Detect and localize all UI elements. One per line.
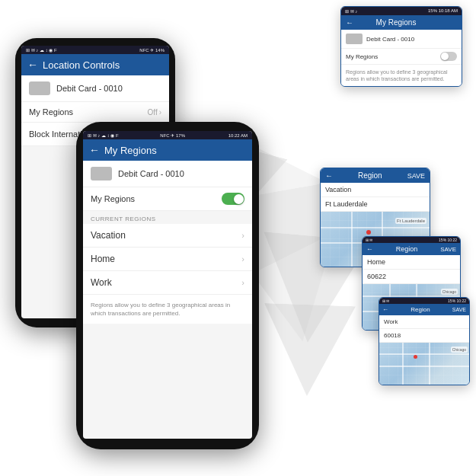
popup-top-my-regions-label: My Regions (346, 53, 378, 60)
popup-vacation-location-value: Ft Lauderdale (325, 200, 425, 208)
popup-top-card-label: Debit Card - 0010 (366, 36, 414, 43)
debit-card-row-back: Debit Card - 0010 (21, 75, 169, 102)
popup-home-title: Region (396, 245, 418, 253)
status-icons-right-front: NFC ✈ 17% (160, 133, 185, 138)
popup-work-map: Chicago (379, 343, 469, 385)
card-label-front: Debit Card - 0010 (118, 169, 184, 178)
popup-work-name-value: Work (384, 318, 465, 325)
popup-vacation-name-field: Vacation (321, 183, 430, 197)
status-time-front: 10:22 AM (228, 133, 248, 138)
popup-top-back[interactable]: ← (346, 18, 353, 27)
popup-top-card-icon (346, 34, 363, 44)
map-city-label-vacation: Ft Lauderdale (395, 218, 426, 224)
card-icon-front (91, 167, 112, 180)
popup-work-app-bar: ← Region SAVE (379, 304, 469, 315)
popup-vacation-location-field: Ft Lauderdale (321, 197, 430, 212)
phone-back-status-bar: ⊞ ✉ ♪ ☁ ↕ ◉ F NFC ✈ 14% (21, 46, 169, 54)
popup-work-status-left: ⊞ ✉ (382, 299, 389, 303)
popup-top-status-left: ⊞ ✉ ♪ (345, 8, 357, 14)
map-road-h1 (321, 227, 430, 228)
phone-front: ⊞ ✉ ♪ ☁ ↕ ◉ F NFC ✈ 17% 10:22 AM ← My Re… (76, 122, 259, 449)
work-map-road-h2 (379, 366, 469, 367)
work-map-road-v1 (402, 343, 404, 385)
popup-work-name-field: Work (379, 315, 469, 329)
popup-region-work: ⊞ ✉ 15% 10:22 ← Region SAVE Work 60018 C… (379, 297, 470, 385)
my-regions-off-back: Off › (148, 108, 162, 117)
phone-front-app-bar: ← My Regions (83, 139, 252, 161)
popup-vacation-name-value: Vacation (325, 186, 425, 193)
popup-home-name-value: Home (367, 258, 455, 266)
my-regions-label-front: My Regions (91, 194, 135, 203)
phone-back-title: Location Controls (43, 59, 120, 71)
map-pin-vacation (366, 230, 371, 235)
card-label-back: Debit Card - 0010 (56, 84, 123, 93)
map-city-label-work: Chicago (451, 347, 468, 353)
popup-work-status: ⊞ ✉ 15% 10:22 (379, 298, 469, 304)
decorative-arrow-5 (261, 303, 356, 398)
back-arrow-icon[interactable]: ← (27, 59, 38, 71)
work-map-road-h1 (379, 353, 469, 355)
popup-top-app-bar: ← My Regions (341, 15, 462, 30)
list-item-vacation[interactable]: Vacation › (83, 224, 252, 248)
current-regions-section: CURRENT REGIONS (83, 211, 252, 224)
popup-home-name-field: Home (363, 255, 460, 270)
popup-work-title: Region (411, 306, 430, 313)
regions-description-front: Regions allow you to define 3 geographic… (83, 295, 252, 324)
popup-home-back[interactable]: ← (366, 245, 373, 253)
work-map-road-v2 (429, 343, 430, 385)
popup-vacation-save[interactable]: SAVE (407, 172, 425, 180)
popup-top-status-right: 15% 10:18 AM (428, 8, 458, 14)
phone-front-screen: ⊞ ✉ ♪ ☁ ↕ ◉ F NFC ✈ 17% 10:22 AM ← My Re… (83, 131, 252, 439)
status-icons-left-front: ⊞ ✉ ♪ ☁ ↕ ◉ F (88, 133, 119, 138)
chevron-vacation: › (241, 231, 244, 240)
back-arrow-icon-front[interactable]: ← (89, 144, 100, 156)
vacation-label: Vacation (91, 230, 126, 241)
popup-top-regions-toggle[interactable] (440, 52, 457, 61)
my-regions-row-front[interactable]: My Regions (83, 187, 252, 211)
popup-home-app-bar: ← Region SAVE (363, 243, 460, 255)
card-icon-back (29, 81, 50, 95)
popup-home-status: ⊞ ✉ 15% 10:22 (363, 237, 460, 243)
status-icons-left: ⊞ ✉ ♪ ☁ ↕ ◉ F (26, 47, 57, 53)
chevron-work: › (241, 278, 244, 287)
popup-work-back[interactable]: ← (382, 306, 388, 313)
my-regions-row-back[interactable]: My Regions Off › (21, 102, 169, 123)
map-road-v1 (351, 212, 353, 267)
popup-home-location-field: 60622 (363, 270, 460, 284)
map-pin-work (414, 355, 417, 359)
phone-front-title: My Regions (104, 145, 157, 156)
popup-top-my-regions-row: My Regions (341, 49, 462, 65)
popup-work-location-field: 60018 (379, 329, 469, 343)
status-icons-right: NFC ✈ 14% (139, 47, 165, 53)
list-item-home[interactable]: Home › (83, 248, 252, 271)
popup-work-save[interactable]: SAVE (452, 307, 466, 312)
popup-top-status: ⊞ ✉ ♪ 15% 10:18 AM (341, 7, 462, 15)
popup-top-title: My Regions (376, 18, 417, 27)
chevron-home: › (241, 254, 244, 264)
debit-card-row-front: Debit Card - 0010 (83, 161, 252, 187)
popup-work-location-value: 60018 (384, 332, 465, 339)
popup-top-card-row: Debit Card - 0010 (341, 30, 462, 49)
my-regions-toggle[interactable] (222, 193, 244, 205)
popup-my-regions-small: ⊞ ✉ ♪ 15% 10:18 AM ← My Regions Debit Ca… (340, 6, 462, 87)
popup-home-status-right: 15% 10:22 (439, 238, 457, 242)
home-label: Home (91, 254, 115, 264)
popup-vacation-back[interactable]: ← (325, 171, 333, 180)
popup-home-location-value: 60622 (367, 273, 455, 280)
phone-front-status-bar: ⊞ ✉ ♪ ☁ ↕ ◉ F NFC ✈ 17% 10:22 AM (83, 131, 252, 139)
map-city-label-home: Chicago (441, 289, 458, 295)
popup-work-status-right: 15% 10:22 (448, 299, 466, 303)
phone-back-app-bar: ← Location Controls (21, 54, 169, 75)
popup-vacation-app-bar: ← Region SAVE (321, 168, 430, 183)
work-label: Work (91, 277, 112, 288)
my-regions-label-back: My Regions (29, 107, 73, 117)
chevron-icon-back: › (159, 108, 161, 117)
list-item-work[interactable]: Work › (83, 271, 252, 295)
popup-vacation-title: Region (358, 171, 382, 180)
popup-home-status-left: ⊞ ✉ (366, 238, 372, 242)
popup-home-save[interactable]: SAVE (440, 246, 456, 253)
popup-top-description: Regions allow you to define 3 geographic… (341, 65, 462, 86)
